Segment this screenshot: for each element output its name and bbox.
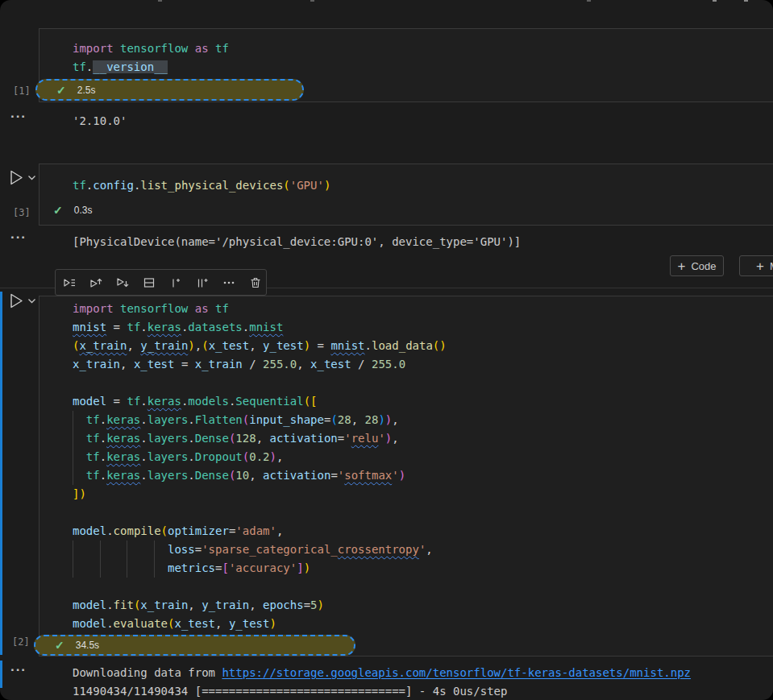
success-check-icon: ✓: [53, 205, 63, 216]
add-code-label: Code: [691, 260, 716, 272]
toolbar-artifact: [310, 0, 314, 2]
code-line: ]): [73, 485, 447, 503]
selected-cell-focus-bar: [0, 292, 2, 655]
code-line: '2.10.0': [73, 112, 127, 130]
code-line: tf.keras.layers.Flatten(input_shape=(28,…: [73, 411, 447, 429]
run-options-chevron-icon[interactable]: [27, 297, 36, 304]
cell-1-output: '2.10.0': [73, 112, 127, 130]
code-line: tf.keras.layers.Dense(10, activation='so…: [73, 466, 447, 485]
run-options-chevron-icon[interactable]: [27, 174, 36, 181]
cell-3-editor[interactable]: import tensorflow as tfmnist = tf.keras.…: [73, 300, 447, 633]
code-line: tf.config.list_physical_devices('GPU'): [73, 176, 330, 195]
insert-cell-below-icon[interactable]: [196, 276, 209, 289]
add-code-cell-button[interactable]: + Code: [670, 255, 724, 276]
code-line: metrics=['accuracy']): [73, 559, 447, 578]
code-line: tf.keras.layers.Dropout(0.2),: [73, 448, 447, 466]
delete-cell-icon[interactable]: [249, 276, 262, 289]
cell-3-execution-count: [2]: [12, 636, 30, 648]
split-cell-icon[interactable]: [143, 276, 156, 289]
cell-1-duration: 2.5s: [77, 85, 96, 96]
code-line: model.compile(optimizer='adam',: [73, 522, 447, 541]
run-cell-icon[interactable]: [9, 169, 24, 186]
run-by-line-icon[interactable]: [63, 276, 76, 289]
code-line: mnist = tf.keras.datasets.mnist: [73, 318, 447, 337]
cell-3-status-bar-highlighted: ✓ 34.5s: [34, 635, 355, 656]
cell-1-execution-count: [1]: [13, 85, 31, 97]
code-line: import tensorflow as tf: [73, 300, 447, 318]
code-line: [73, 503, 447, 522]
selected-output-focus-bar: [0, 661, 2, 688]
execute-cell-and-below-icon[interactable]: [116, 276, 129, 289]
code-line: 11490434/11490434 [=====================…: [73, 682, 691, 700]
cell-2-run-controls[interactable]: [9, 169, 36, 186]
code-line: tf.keras.layers.Dense(128, activation='r…: [73, 429, 447, 448]
code-line: tf.__version__: [73, 58, 229, 77]
run-cell-icon[interactable]: [9, 292, 24, 309]
toolbar-artifact: [713, 0, 717, 2]
cell-2-duration: 0.3s: [74, 205, 93, 216]
code-line: model = tf.keras.models.Sequential([: [73, 392, 447, 411]
output-3-more-actions-icon[interactable]: ···: [10, 665, 27, 676]
cell-1-editor[interactable]: import tensorflow as tftf.__version__: [73, 39, 229, 77]
code-line: import tensorflow as tf: [73, 39, 229, 58]
code-line: x_train, x_test = x_train / 255.0, x_tes…: [73, 355, 447, 374]
add-markdown-cell-button[interactable]: + M: [739, 255, 773, 276]
success-check-icon: ✓: [56, 85, 66, 96]
cell-2-editor[interactable]: tf.config.list_physical_devices('GPU'): [73, 176, 330, 195]
cell-3-duration: 34.5s: [76, 640, 99, 651]
code-line: model.evaluate(x_test, y_test): [73, 615, 447, 633]
add-markdown-label: M: [770, 260, 773, 272]
cell-toolbar: [55, 269, 267, 296]
more-actions-icon[interactable]: [222, 276, 235, 289]
code-line: Downloading data from https://storage.go…: [73, 664, 691, 682]
cell-2-status-bar: ✓ 0.3s: [53, 205, 92, 216]
toolbar-artifact: [587, 0, 591, 2]
code-line: loss='sparse_categorical_crossentropy',: [73, 541, 447, 559]
cell-3-run-controls[interactable]: [9, 292, 36, 309]
cell-2-output: [PhysicalDevice(name='/physical_device:G…: [73, 233, 521, 251]
code-line: (x_train, y_train),(x_test, y_test) = mn…: [73, 337, 447, 355]
toolbar-artifact: [158, 0, 162, 2]
notebook-window: import tensorflow as tftf.__version__ [1…: [0, 0, 773, 700]
output-1-more-actions-icon[interactable]: ···: [10, 111, 27, 122]
code-line: [73, 578, 447, 596]
cell-2-execution-count: [3]: [13, 207, 31, 218]
cell-3-output: Downloading data from https://storage.go…: [73, 664, 691, 700]
plus-icon: +: [756, 260, 764, 272]
toolbar-artifact: [744, 0, 748, 2]
plus-icon: +: [677, 260, 685, 272]
code-line: [PhysicalDevice(name='/physical_device:G…: [73, 233, 521, 251]
output-2-more-actions-icon[interactable]: ···: [10, 232, 27, 243]
insert-cell-above-icon[interactable]: [169, 276, 182, 289]
code-line: model.fit(x_train, y_train, epochs=5): [73, 596, 447, 615]
code-line: [73, 374, 447, 392]
success-check-icon: ✓: [55, 640, 64, 651]
cell-1-status-bar-highlighted: ✓ 2.5s: [35, 79, 304, 101]
execute-above-cells-icon[interactable]: [89, 276, 102, 289]
